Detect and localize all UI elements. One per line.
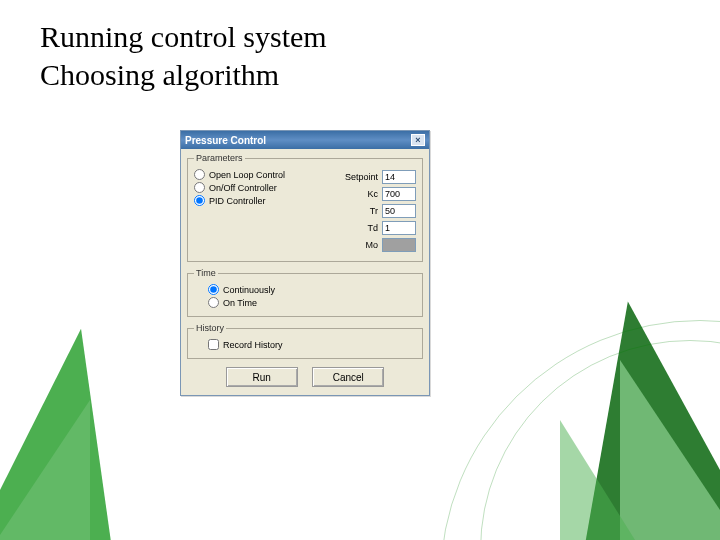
tr-input[interactable] <box>382 204 416 218</box>
dialog-title: Pressure Control <box>185 135 266 146</box>
kc-input[interactable] <box>382 187 416 201</box>
tr-label: Tr <box>370 206 378 216</box>
onoff-radio[interactable] <box>194 182 205 193</box>
parameters-legend: Parameters <box>194 153 245 163</box>
on-time-label: On Time <box>223 298 257 308</box>
history-group: History Record History <box>187 323 423 359</box>
pid-radio[interactable] <box>194 195 205 206</box>
td-label: Td <box>367 223 378 233</box>
record-history-label: Record History <box>223 340 283 350</box>
open-loop-radio[interactable] <box>194 169 205 180</box>
mo-label: Mo <box>365 240 378 250</box>
pid-label: PID Controller <box>209 196 266 206</box>
kc-label: Kc <box>367 189 378 199</box>
cancel-button[interactable]: Cancel <box>312 367 384 387</box>
record-history-checkbox[interactable] <box>208 339 219 350</box>
slide-title-line1: Running control system <box>40 18 327 56</box>
decorative-leaf <box>560 420 660 540</box>
continuously-radio[interactable] <box>208 284 219 295</box>
time-group: Time Continuously On Time <box>187 268 423 317</box>
on-time-radio[interactable] <box>208 297 219 308</box>
dialog-body: Parameters Open Loop Control On/Off Cont… <box>181 149 429 395</box>
td-input[interactable] <box>382 221 416 235</box>
decorative-leaf <box>0 400 90 540</box>
dialog-titlebar[interactable]: Pressure Control × <box>181 131 429 149</box>
setpoint-input[interactable] <box>382 170 416 184</box>
slide-title-line2: Choosing algorithm <box>40 56 327 94</box>
open-loop-label: Open Loop Control <box>209 170 285 180</box>
close-icon[interactable]: × <box>411 134 425 146</box>
continuously-label: Continuously <box>223 285 275 295</box>
run-button[interactable]: Run <box>226 367 298 387</box>
onoff-label: On/Off Controller <box>209 183 277 193</box>
setpoint-label: Setpoint <box>345 172 378 182</box>
time-legend: Time <box>194 268 218 278</box>
pressure-control-dialog: Pressure Control × Parameters Open Loop … <box>180 130 430 396</box>
slide-title: Running control system Choosing algorith… <box>40 18 327 93</box>
mo-input[interactable] <box>382 238 416 252</box>
parameters-group: Parameters Open Loop Control On/Off Cont… <box>187 153 423 262</box>
history-legend: History <box>194 323 226 333</box>
